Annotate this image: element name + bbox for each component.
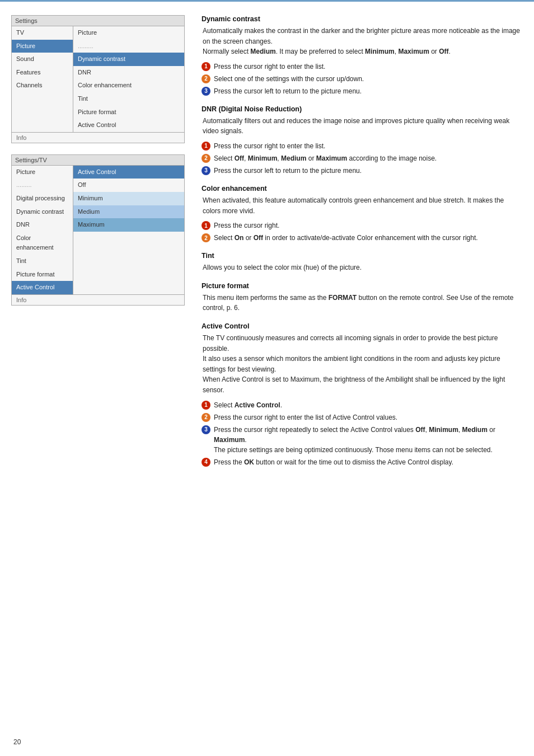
menu-box-2: Settings/TV Picture ......... Digital pr…	[11, 154, 185, 306]
section-title-picture-format: Picture format	[202, 282, 523, 290]
menu-right-tint[interactable]: Tint	[73, 92, 184, 106]
step-circle-dnr-3: 3	[202, 166, 210, 175]
menu-right-active-control-1[interactable]: Active Control	[73, 119, 184, 132]
step-item: 2 Select On or Off in order to activate/…	[202, 233, 523, 243]
steps-active-control: 1 Select Active Control. 2 Press the cur…	[202, 400, 523, 467]
menu-col-left-1: TV Picture Sound Features Channels	[12, 26, 73, 132]
menu-right-picture-format[interactable]: Picture format	[73, 106, 184, 119]
menu2-right-minimum[interactable]: Minimum	[73, 192, 184, 205]
menu2-left-color-enhancement[interactable]: Color enhancement	[12, 232, 73, 255]
step-text-3: Press the cursor left to return to the p…	[214, 86, 523, 96]
section-tint: Tint Allows you to select the color mix …	[202, 252, 523, 273]
step-item: 1 Select Active Control.	[202, 400, 523, 410]
menu2-right-active-control-header: Active Control	[73, 166, 184, 179]
page-content: Settings TV Picture Sound Features Chann…	[0, 2, 534, 487]
left-column: Settings TV Picture Sound Features Chann…	[11, 15, 185, 476]
step-circle-ce-1: 1	[202, 221, 210, 230]
menu2-left-tint[interactable]: Tint	[12, 255, 73, 268]
step-text-ac-1: Select Active Control.	[214, 400, 523, 410]
menu2-right-off[interactable]: Off	[73, 179, 184, 192]
step-text-2: Select one of the settings with the curs…	[214, 74, 523, 84]
menu2-left-dynamic-contrast[interactable]: Dynamic contrast	[12, 205, 73, 219]
step-text-ac-2: Press the cursor right to enter the list…	[214, 412, 523, 422]
step-item: 2 Press the cursor right to enter the li…	[202, 412, 523, 422]
step-text-ac-4: Press the OK button or wait for the time…	[214, 457, 523, 467]
section-dnr: DNR (Digital Noise Reduction) Automatica…	[202, 105, 523, 176]
section-body-color-enhancement: When activated, this feature automatical…	[202, 195, 523, 216]
step-circle-ce-2: 2	[202, 233, 210, 242]
menu-left-sound[interactable]: Sound	[12, 53, 73, 66]
menu-col-left-2: Picture ......... Digital processing Dyn…	[12, 166, 73, 294]
menu2-left-digital-processing[interactable]: Digital processing	[12, 192, 73, 205]
section-dynamic-contrast: Dynamic contrast Automatically makes the…	[202, 15, 523, 96]
page-number: 20	[13, 738, 21, 746]
step-item: 3 Press the cursor left to return to the…	[202, 86, 523, 96]
section-body-picture-format: This menu item performs the same as the …	[202, 293, 523, 313]
step-circle-ac-2: 2	[202, 413, 210, 422]
step-text-ce-2: Select On or Off in order to activate/de…	[214, 233, 523, 243]
step-item: 3 Press the cursor left to return to the…	[202, 166, 523, 176]
menu-left-features[interactable]: Features	[12, 66, 73, 79]
right-column: Dynamic contrast Automatically makes the…	[196, 15, 523, 476]
menu2-left-picture[interactable]: Picture	[12, 166, 73, 179]
step-circle-ac-4: 4	[202, 458, 210, 467]
step-text-ac-3: Press the cursor right repeatedly to sel…	[214, 425, 523, 455]
menu-info-2: Info	[12, 294, 184, 305]
menu-right-picture-header: Picture	[73, 26, 184, 40]
menu-right-color-enhancement[interactable]: Color enhancement	[73, 79, 184, 92]
section-active-control: Active Control The TV continuously measu…	[202, 322, 523, 467]
menu-title-1: Settings	[12, 16, 184, 26]
step-circle-2: 2	[202, 74, 210, 83]
menu2-left-dots: .........	[12, 179, 73, 192]
menu-left-channels[interactable]: Channels	[12, 79, 73, 92]
step-item: 1 Press the cursor right.	[202, 220, 523, 231]
menu2-left-picture-format[interactable]: Picture format	[12, 268, 73, 281]
step-text-ce-1: Press the cursor right.	[214, 220, 523, 231]
menu2-right-maximum[interactable]: Maximum	[73, 218, 184, 232]
menu-right-dots-1: .........	[73, 40, 184, 53]
menu2-right-medium[interactable]: Medium	[73, 205, 184, 219]
menu-body-1: TV Picture Sound Features Channels Pictu…	[12, 26, 184, 132]
section-title-tint: Tint	[202, 252, 523, 260]
step-circle-ac-1: 1	[202, 401, 210, 410]
step-circle-dnr-1: 1	[202, 142, 210, 151]
section-title-active-control: Active Control	[202, 322, 523, 330]
section-body-dnr: Automatically filters out and reduces th…	[202, 116, 523, 137]
step-text-dnr-1: Press the cursor right to enter the list…	[214, 141, 523, 151]
steps-color-enhancement: 1 Press the cursor right. 2 Select On or…	[202, 220, 523, 243]
step-text-dnr-3: Press the cursor left to return to the p…	[214, 166, 523, 176]
step-circle-dnr-2: 2	[202, 154, 210, 163]
step-circle-3: 3	[202, 87, 210, 96]
menu2-left-active-control[interactable]: Active Control	[12, 281, 73, 294]
menu2-left-dnr[interactable]: DNR	[12, 218, 73, 232]
step-text-1: Press the cursor right to enter the list…	[214, 62, 523, 72]
step-text-dnr-2: Select Off, Minimum, Medium or Maximum a…	[214, 153, 523, 163]
section-title-dnr: DNR (Digital Noise Reduction)	[202, 105, 523, 113]
menu-info-1: Info	[12, 132, 184, 143]
step-circle-ac-3: 3	[202, 425, 210, 434]
step-item: 1 Press the cursor right to enter the li…	[202, 62, 523, 72]
menu-left-tv[interactable]: TV	[12, 26, 73, 40]
section-title-color-enhancement: Color enhancement	[202, 185, 523, 192]
step-item: 4 Press the OK button or wait for the ti…	[202, 457, 523, 467]
menu-col-right-1: Picture ......... Dynamic contrast DNR C…	[73, 26, 184, 132]
menu-title-2: Settings/TV	[12, 155, 184, 166]
step-circle-1: 1	[202, 62, 210, 71]
menu-right-dynamic-contrast[interactable]: Dynamic contrast	[73, 53, 184, 66]
step-item: 2 Select Off, Minimum, Medium or Maximum…	[202, 153, 523, 163]
menu-col-right-2: Active Control Off Minimum Medium Maximu…	[73, 166, 184, 294]
step-item: 2 Select one of the settings with the cu…	[202, 74, 523, 84]
menu-box-1: Settings TV Picture Sound Features Chann…	[11, 15, 185, 143]
section-body-dynamic-contrast: Automatically makes the contrast in the …	[202, 26, 523, 57]
section-color-enhancement: Color enhancement When activated, this f…	[202, 185, 523, 243]
menu-left-picture[interactable]: Picture	[12, 40, 73, 53]
step-item: 3 Press the cursor right repeatedly to s…	[202, 425, 523, 455]
menu-body-2: Picture ......... Digital processing Dyn…	[12, 166, 184, 294]
steps-dynamic-contrast: 1 Press the cursor right to enter the li…	[202, 62, 523, 96]
section-body-tint: Allows you to select the color mix (hue)…	[202, 262, 523, 273]
menu-right-dnr[interactable]: DNR	[73, 66, 184, 79]
steps-dnr: 1 Press the cursor right to enter the li…	[202, 141, 523, 176]
section-body-active-control: The TV continuously measures and correct…	[202, 333, 523, 396]
section-picture-format: Picture format This menu item performs t…	[202, 282, 523, 313]
step-item: 1 Press the cursor right to enter the li…	[202, 141, 523, 151]
